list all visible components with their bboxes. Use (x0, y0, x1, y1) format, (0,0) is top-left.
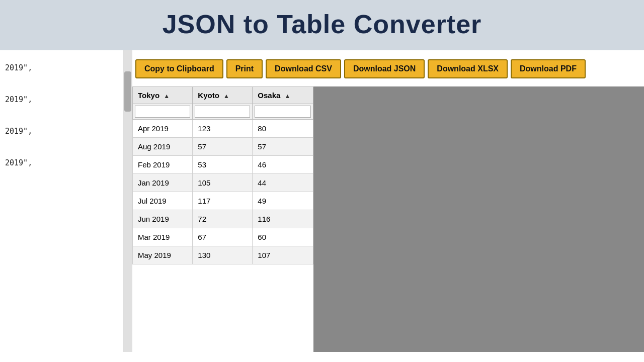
scrollbar[interactable] (123, 50, 132, 352)
table-body: Apr 201912380Aug 20195757Feb 20195346Jan… (133, 120, 313, 264)
table-row: Mar 20196760 (133, 228, 313, 246)
sort-arrow: ▲ (285, 93, 291, 100)
page-title: JSON to Table Converter (0, 9, 644, 39)
copy-clipboard-button[interactable]: Copy to Clipboard (135, 59, 223, 78)
table-row: Aug 20195757 (133, 138, 313, 156)
table-row: May 2019130107 (133, 246, 313, 264)
scrollbar-thumb[interactable] (124, 71, 131, 112)
download-csv-button[interactable]: Download CSV (266, 59, 341, 78)
table-row: Feb 20195346 (133, 156, 313, 174)
table-row: Jun 201972116 (133, 210, 313, 228)
cell-osaka: 60 (253, 228, 313, 246)
filter-cell-osaka (253, 104, 313, 120)
cell-osaka: 107 (253, 246, 313, 264)
cell-tokyo: May 2019 (133, 246, 193, 264)
print-button[interactable]: Print (226, 59, 263, 78)
json-line-6 (5, 140, 118, 156)
cell-kyoto: 67 (193, 228, 253, 246)
sort-arrow: ▲ (164, 93, 170, 100)
json-line-4 (5, 108, 118, 124)
cell-kyoto: 105 (193, 174, 253, 192)
cell-kyoto: 53 (193, 156, 253, 174)
json-line-3: 2019", (5, 92, 118, 108)
cell-osaka: 46 (253, 156, 313, 174)
cell-tokyo: Feb 2019 (133, 156, 193, 174)
cell-osaka: 44 (253, 174, 313, 192)
table-row: Jan 201910544 (133, 174, 313, 192)
sort-arrow: ▲ (223, 93, 229, 100)
download-pdf-button[interactable]: Download PDF (511, 59, 586, 78)
filter-cell-tokyo (133, 104, 193, 120)
cell-tokyo: Jun 2019 (133, 210, 193, 228)
table-wrapper: Tokyo ▲Kyoto ▲Osaka ▲ (132, 86, 313, 352)
cell-osaka: 49 (253, 192, 313, 210)
table-row: Apr 201912380 (133, 120, 313, 138)
main-area: 2019", 2019", 2019", 2019", Copy to Clip… (0, 50, 644, 352)
table-row: Jul 201911749 (133, 192, 313, 210)
json-panel: 2019", 2019", 2019", 2019", (0, 50, 123, 352)
data-table: Tokyo ▲Kyoto ▲Osaka ▲ (132, 86, 313, 264)
json-line-7: 2019", (5, 155, 118, 171)
col-kyoto[interactable]: Kyoto ▲ (193, 87, 253, 104)
cell-kyoto: 123 (193, 120, 253, 138)
cell-tokyo: Apr 2019 (133, 120, 193, 138)
filter-row (133, 104, 313, 120)
gray-panel (313, 86, 644, 352)
right-section: Copy to ClipboardPrintDownload CSVDownlo… (132, 50, 644, 352)
table-header-row: Tokyo ▲Kyoto ▲Osaka ▲ (133, 87, 313, 104)
download-json-button[interactable]: Download JSON (344, 59, 425, 78)
cell-osaka: 116 (253, 210, 313, 228)
cell-kyoto: 72 (193, 210, 253, 228)
filter-cell-kyoto (193, 104, 253, 120)
cell-tokyo: Aug 2019 (133, 138, 193, 156)
col-osaka[interactable]: Osaka ▲ (253, 87, 313, 104)
page-header: JSON to Table Converter (0, 0, 644, 50)
cell-tokyo: Jan 2019 (133, 174, 193, 192)
cell-tokyo: Jul 2019 (133, 192, 193, 210)
json-line-2 (5, 76, 118, 93)
filter-input-osaka[interactable] (255, 106, 311, 118)
cell-kyoto: 130 (193, 246, 253, 264)
cell-osaka: 57 (253, 138, 313, 156)
cell-tokyo: Mar 2019 (133, 228, 193, 246)
download-xlsx-button[interactable]: Download XLSX (428, 59, 508, 78)
filter-input-kyoto[interactable] (195, 106, 250, 118)
table-area: Tokyo ▲Kyoto ▲Osaka ▲ (132, 86, 644, 352)
col-tokyo[interactable]: Tokyo ▲ (133, 87, 193, 104)
filter-input-tokyo[interactable] (135, 106, 190, 118)
json-line-1: 2019", (5, 60, 118, 76)
cell-kyoto: 117 (193, 192, 253, 210)
toolbar: Copy to ClipboardPrintDownload CSVDownlo… (132, 50, 644, 86)
json-line-5: 2019", (5, 124, 118, 140)
cell-osaka: 80 (253, 120, 313, 138)
cell-kyoto: 57 (193, 138, 253, 156)
